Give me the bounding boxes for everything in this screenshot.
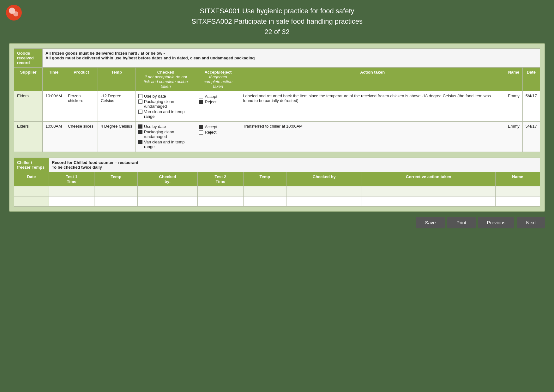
chiller-row1-test1 xyxy=(49,186,94,196)
checkbox-accept-2[interactable] xyxy=(199,125,203,129)
goods-received-table: Goods received record All frozen goods m… xyxy=(14,48,540,152)
checkbox-packaging-2[interactable] xyxy=(138,130,142,134)
cell-temp-2: 4 Degree Celsius xyxy=(98,122,135,152)
checkbox-reject-2[interactable] xyxy=(199,130,203,135)
chiller-row1-temp1 xyxy=(94,186,138,196)
checkbox-usebydate-1[interactable] xyxy=(138,94,142,98)
cell-acceptreject-2: Accept Reject xyxy=(196,122,240,152)
chiller-col-name: Name xyxy=(495,172,540,186)
table-row xyxy=(14,196,540,207)
chiller-row2-checked1 xyxy=(138,196,198,207)
cell-acceptreject-1: Accept Reject xyxy=(196,91,240,122)
chiller-header-row: Date Test 1Time Temp Checkedby: Test 2Ti… xyxy=(14,172,540,186)
next-button[interactable]: Next xyxy=(517,217,545,228)
col-action-taken: Action taken xyxy=(240,68,505,91)
header-line1: SITXFSA001 Use hygienic practice for foo… xyxy=(0,6,554,16)
goods-header-row: Supplier Time Product Temp CheckedIf not… xyxy=(14,68,540,91)
table-row: Elders 10:00AM Cheese slices 4 Degree Ce… xyxy=(14,122,540,152)
col-temp: Temp xyxy=(98,68,135,91)
chiller-col-temp1: Temp xyxy=(94,172,138,186)
col-checked: CheckedIf not acceptable do nottick and … xyxy=(135,68,196,91)
chiller-row1-date xyxy=(14,186,49,196)
checkbox-usebydate-2[interactable] xyxy=(138,124,142,129)
main-content: Goods received record All frozen goods m… xyxy=(9,43,545,212)
table-row xyxy=(14,186,540,196)
cell-checked-2: Use by date Packaging clean /undamaged V… xyxy=(135,122,196,152)
page-header: SITXFSA001 Use hygienic practice for foo… xyxy=(0,0,554,41)
chiller-col-checked1: Checkedby: xyxy=(138,172,198,186)
col-date: Date xyxy=(522,68,540,91)
table-row: Elders 10:00AM Frozen chicken: -12 Degre… xyxy=(14,91,540,122)
cell-temp-1: -12 Degree Celsius xyxy=(98,91,135,122)
previous-button[interactable]: Previous xyxy=(478,217,514,228)
chiller-col-test1: Test 1Time xyxy=(49,172,94,186)
header-line3: 22 of 32 xyxy=(0,27,554,37)
chiller-row1-checkedby xyxy=(286,186,362,196)
print-button[interactable]: Print xyxy=(447,217,476,228)
chiller-row2-checkedby xyxy=(286,196,362,207)
chiller-info-content: Record for Chilled food counter – restau… xyxy=(49,158,540,172)
chiller-row2-test2 xyxy=(198,196,243,207)
cell-date-2: 5/4/17 xyxy=(522,122,540,152)
cell-checked-1: Use by date Packaging clean /undamaged V… xyxy=(135,91,196,122)
cell-product-1: Frozen chicken: xyxy=(65,91,98,122)
chiller-row1-test2 xyxy=(198,186,243,196)
chiller-row2-date xyxy=(14,196,49,207)
chiller-row2-temp2 xyxy=(243,196,286,207)
chiller-freezer-table: Chiller / freezer Temps Record for Chill… xyxy=(14,158,540,207)
chiller-row1-corrective xyxy=(362,186,496,196)
chiller-row2-test1 xyxy=(49,196,94,207)
cell-supplier-2: Elders xyxy=(14,122,43,152)
goods-info-line1: All frozen goods must be delivered froze… xyxy=(45,51,537,56)
save-button[interactable]: Save xyxy=(416,217,444,228)
col-product: Product xyxy=(65,68,98,91)
col-time: Time xyxy=(43,68,65,91)
chiller-col-checkedby: Checked by xyxy=(286,172,362,186)
chiller-row2-name xyxy=(495,196,540,207)
chiller-info-row: Chiller / freezer Temps Record for Chill… xyxy=(14,158,540,172)
chiller-info-line2: To be checked twice daily xyxy=(52,165,537,170)
chiller-col-date: Date xyxy=(14,172,49,186)
goods-info-row: Goods received record All frozen goods m… xyxy=(14,49,540,68)
chiller-row1-checked1 xyxy=(138,186,198,196)
cell-time-2: 10:00AM xyxy=(43,122,65,152)
goods-info-content: All frozen goods must be delivered froze… xyxy=(43,49,540,68)
cell-action-2: Transferred to chiller at 10:00AM xyxy=(240,122,505,152)
goods-info-line2: All goods must be delivered within use b… xyxy=(45,56,537,60)
chiller-row1-temp2 xyxy=(243,186,286,196)
checkbox-van-1[interactable] xyxy=(138,110,142,114)
col-name: Name xyxy=(505,68,522,91)
header-line2: SITXFSA002 Participate in safe food hand… xyxy=(0,16,554,27)
chiller-row2-corrective xyxy=(362,196,496,207)
cell-name-1: Emmy xyxy=(505,91,522,122)
chiller-info-line1: Record for Chilled food counter – restau… xyxy=(52,160,537,165)
goods-label: Goods received record xyxy=(14,49,43,68)
chiller-col-temp2: Temp xyxy=(243,172,286,186)
svg-point-2 xyxy=(13,11,18,16)
chiller-row1-name xyxy=(495,186,540,196)
col-supplier: Supplier xyxy=(14,68,43,91)
footer: Save Print Previous Next xyxy=(0,212,554,232)
chiller-col-test2: Test 2Time xyxy=(198,172,243,186)
checkbox-van-2[interactable] xyxy=(138,140,142,144)
logo-icon xyxy=(6,4,22,21)
checkbox-accept-1[interactable] xyxy=(199,95,203,99)
checkbox-reject-1[interactable] xyxy=(199,100,203,104)
cell-product-2: Cheese slices xyxy=(65,122,98,152)
cell-action-1: Labeled and returned back the item since… xyxy=(240,91,505,122)
col-accept-reject: Accept/RejectIf rejectedcomplete action … xyxy=(196,68,240,91)
checkbox-packaging-1[interactable] xyxy=(138,100,142,104)
chiller-col-corrective: Corrective action taken xyxy=(362,172,496,186)
chiller-row2-temp1 xyxy=(94,196,138,207)
chiller-label: Chiller / freezer Temps xyxy=(14,158,49,172)
cell-time-1: 10:00AM xyxy=(43,91,65,122)
cell-supplier-1: Elders xyxy=(14,91,43,122)
cell-date-1: 5/4/17 xyxy=(522,91,540,122)
cell-name-2: Emmy xyxy=(505,122,522,152)
